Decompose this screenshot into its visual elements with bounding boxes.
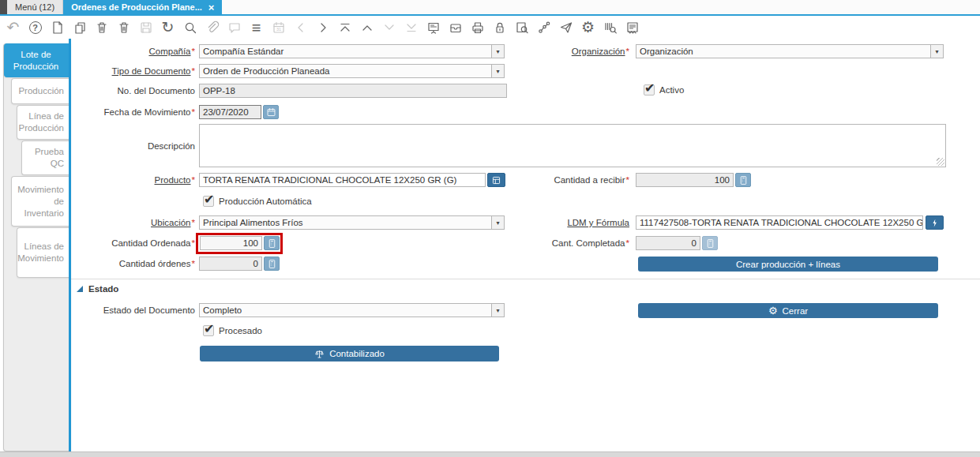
sidebar-tab-label: Líneas de Movimiento bbox=[17, 241, 64, 264]
copy-record-icon[interactable] bbox=[72, 20, 87, 35]
descripcion-label: Descripción bbox=[71, 139, 195, 153]
workflow-icon[interactable] bbox=[536, 20, 551, 35]
sidebar-tab-lineas-de-movimiento[interactable]: Líneas de Movimiento bbox=[17, 227, 69, 278]
chevron-down-icon[interactable]: ▾ bbox=[491, 304, 504, 317]
cantidad-ordenes-input[interactable]: 0 bbox=[199, 257, 262, 271]
tab-menu[interactable]: Menú (12) bbox=[7, 0, 63, 14]
lock-icon[interactable] bbox=[492, 20, 507, 35]
tipo-documento-select[interactable]: Orden de Producción Planeada ▾ bbox=[199, 64, 505, 78]
ldm-formula-input[interactable]: 1117427508-TORTA RENATA TRADICIONAL CHOC… bbox=[636, 215, 923, 230]
help-icon[interactable]: ? bbox=[28, 20, 43, 35]
ldm-zoom-button[interactable] bbox=[926, 215, 944, 230]
report-icon[interactable] bbox=[426, 20, 441, 35]
fecha-movimiento-input[interactable]: 23/07/2020 bbox=[199, 105, 261, 119]
crear-produccion-lineas-button[interactable]: Crear producción + líneas bbox=[638, 257, 938, 272]
find-icon[interactable] bbox=[182, 20, 197, 35]
chevron-down-icon[interactable]: ▾ bbox=[491, 45, 504, 58]
producto-search-button[interactable] bbox=[487, 173, 505, 187]
cantidad-ordenada-calculator-button[interactable] bbox=[264, 236, 280, 250]
cant-completada-input[interactable]: 0 bbox=[636, 236, 700, 250]
zoom-across-icon[interactable] bbox=[514, 20, 529, 35]
chat-icon bbox=[227, 20, 242, 35]
cantidad-ordenada-label: Cantidad Ordenada* bbox=[71, 236, 195, 250]
preferences-gear-icon[interactable]: ⚙ bbox=[580, 20, 595, 35]
attachment-icon[interactable] bbox=[205, 20, 220, 35]
first-record-icon[interactable] bbox=[337, 20, 352, 35]
procesado-label: Procesado bbox=[219, 324, 262, 337]
cantidad-recibir-input[interactable]: 100 bbox=[636, 173, 734, 187]
previous-record-icon bbox=[293, 20, 308, 35]
check-icon: ✔ bbox=[644, 81, 655, 96]
activo-checkbox[interactable]: ✔ bbox=[644, 84, 655, 96]
calendar-picker-button[interactable] bbox=[263, 105, 279, 119]
delete-selection-icon[interactable] bbox=[116, 20, 131, 35]
svg-text:31: 31 bbox=[276, 27, 280, 32]
sidebar-tab-movimiento-de-inventario[interactable]: Movimiento de Inventario bbox=[11, 176, 69, 227]
tab-active-label: Ordenes de Producción Plane... bbox=[71, 2, 202, 12]
send-icon[interactable] bbox=[558, 20, 573, 35]
delete-record-icon[interactable] bbox=[94, 20, 109, 35]
sidebar-tab-label: Producción bbox=[18, 85, 64, 97]
producto-label[interactable]: Producto* bbox=[71, 173, 195, 187]
organizacion-select[interactable]: Organización ▾ bbox=[636, 44, 944, 58]
chevron-down-icon[interactable]: ▾ bbox=[491, 65, 504, 77]
chevron-down-icon[interactable]: ▾ bbox=[930, 45, 943, 58]
print-icon[interactable] bbox=[470, 20, 485, 35]
estado-separator bbox=[71, 279, 980, 279]
organizacion-label[interactable]: Organización* bbox=[505, 44, 629, 58]
sidebar-tab-linea-de-produccion[interactable]: Línea de Producción bbox=[17, 105, 69, 140]
resize-grip[interactable] bbox=[937, 158, 944, 166]
sidebar-tab-produccion[interactable]: Producción bbox=[11, 78, 69, 104]
ubicacion-select[interactable]: Principal Alimentos Fríos ▾ bbox=[199, 215, 505, 230]
descripcion-textarea[interactable] bbox=[199, 124, 946, 167]
estado-documento-select[interactable]: Completo ▾ bbox=[199, 303, 505, 317]
activo-label: Activo bbox=[659, 84, 684, 96]
ldm-formula-label[interactable]: LDM y Fórmula bbox=[505, 215, 629, 230]
cantidad-ordenada-input[interactable]: 100 bbox=[200, 236, 262, 250]
archive-icon[interactable] bbox=[448, 20, 463, 35]
menu-rows-icon[interactable]: ≡ bbox=[249, 20, 264, 35]
sidebar-tab-prueba-qc[interactable]: Prueba QC bbox=[21, 140, 69, 175]
procesado-checkbox[interactable]: ✔ bbox=[203, 325, 214, 336]
cantidad-recibir-label: Cantidad a recibir* bbox=[505, 173, 629, 187]
estado-collapse-icon[interactable] bbox=[77, 286, 83, 292]
close-tab-icon[interactable]: × bbox=[208, 2, 215, 13]
calculator-icon bbox=[267, 238, 277, 249]
calendar-icon bbox=[266, 107, 276, 118]
produccion-automatica-label: Producción Automática bbox=[219, 195, 312, 208]
producto-input[interactable]: TORTA RENATA TRADICIONAL CHOCOLATE 12X25… bbox=[199, 173, 486, 187]
tipo-documento-label[interactable]: Tipo de Documento* bbox=[71, 64, 195, 78]
tab-ordenes-produccion[interactable]: Ordenes de Producción Plane... × bbox=[63, 0, 222, 14]
contabilizado-button[interactable]: Contabilizado bbox=[200, 346, 499, 361]
undo-icon[interactable]: ↶ bbox=[6, 20, 21, 35]
sidebar-tab-label: Prueba QC bbox=[25, 146, 64, 170]
parent-record-icon[interactable] bbox=[359, 20, 374, 35]
produccion-automatica-checkbox[interactable]: ✔ bbox=[203, 196, 214, 207]
sidebar-tab-lote-de-produccion[interactable]: Lote de Producción bbox=[4, 43, 69, 77]
down-record-icon bbox=[381, 20, 396, 35]
chevron-down-icon[interactable]: ▾ bbox=[491, 216, 504, 229]
no-documento-input[interactable]: OPP-18 bbox=[199, 84, 507, 98]
cantidad-ordenes-calculator-button[interactable] bbox=[264, 257, 280, 271]
bottom-scrollbar-track[interactable] bbox=[0, 451, 980, 457]
compania-label[interactable]: Compañía* bbox=[71, 44, 195, 58]
report-window-icon[interactable] bbox=[625, 20, 640, 35]
production-order-window: Menú (12) Ordenes de Producción Plane...… bbox=[0, 0, 980, 457]
cerrar-button[interactable]: ⚙ Cerrar bbox=[638, 303, 938, 318]
new-record-icon[interactable] bbox=[50, 20, 65, 35]
estado-documento-label: Estado del Documento bbox=[71, 303, 195, 317]
calendar-icon: 31 bbox=[271, 20, 286, 35]
tab-menu-label: Menú (12) bbox=[15, 2, 54, 12]
fecha-movimiento-label: Fecha de Movimiento* bbox=[71, 105, 195, 119]
gear-icon: ⚙ bbox=[768, 305, 778, 316]
next-record-icon[interactable] bbox=[315, 20, 330, 35]
check-icon: ✔ bbox=[204, 321, 214, 336]
cantidad-recibir-calculator-button[interactable] bbox=[735, 173, 751, 187]
cant-completada-calculator-button[interactable] bbox=[702, 236, 718, 250]
sidebar-tab-label: Movimiento de Inventario bbox=[15, 184, 64, 219]
refresh-icon[interactable]: ↻ bbox=[160, 20, 175, 35]
barcode-scan-icon[interactable] bbox=[603, 20, 618, 35]
ubicacion-label[interactable]: Ubicación* bbox=[71, 215, 195, 230]
compania-select[interactable]: Compañía Estándar ▾ bbox=[199, 44, 505, 58]
scales-icon bbox=[314, 349, 325, 359]
